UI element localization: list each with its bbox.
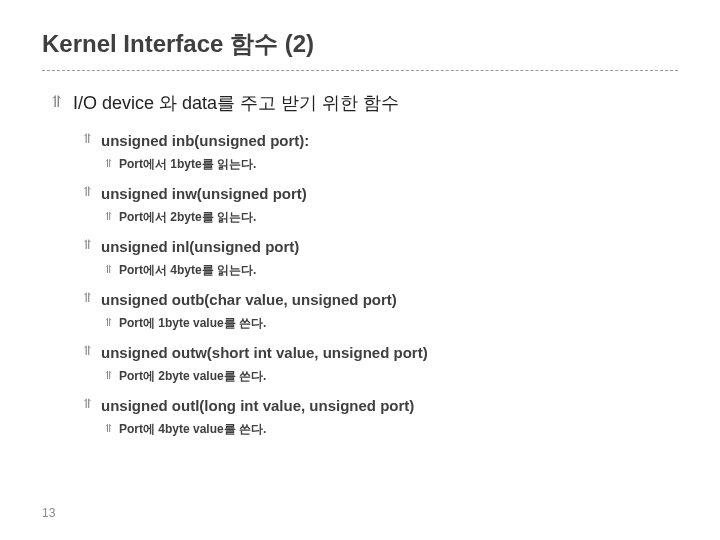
page-number: 13 xyxy=(42,506,55,520)
function-heading: unsigned inb(unsigned port): xyxy=(101,130,309,151)
function-heading: unsigned outb(char value, unsigned port) xyxy=(101,289,397,310)
bullet-icon: ⥣ xyxy=(104,155,113,172)
list-item: ⥣ unsigned outw(short int value, unsigne… xyxy=(82,342,678,363)
list-item: ⥣ Port에서 2byte를 읽는다. xyxy=(104,208,678,226)
function-desc: Port에 4byte value를 쓴다. xyxy=(119,420,266,438)
bullet-icon: ⥣ xyxy=(50,91,63,113)
list-item: ⥣ unsigned outl(long int value, unsigned… xyxy=(82,395,678,416)
bullet-icon: ⥣ xyxy=(82,236,93,254)
bullet-icon: ⥣ xyxy=(82,395,93,413)
function-heading: unsigned inl(unsigned port) xyxy=(101,236,299,257)
list-item: ⥣ unsigned inb(unsigned port): xyxy=(82,130,678,151)
list-item: ⥣ Port에서 1byte를 읽는다. xyxy=(104,155,678,173)
function-desc: Port에 2byte value를 쓴다. xyxy=(119,367,266,385)
function-heading: unsigned outw(short int value, unsigned … xyxy=(101,342,428,363)
list-item: ⥣ unsigned outb(char value, unsigned por… xyxy=(82,289,678,310)
bullet-icon: ⥣ xyxy=(82,342,93,360)
function-desc: Port에서 2byte를 읽는다. xyxy=(119,208,256,226)
slide-title: Kernel Interface 함수 (2) xyxy=(42,28,678,71)
function-desc: Port에서 4byte를 읽는다. xyxy=(119,261,256,279)
subtitle-text: I/O device 와 data를 주고 받기 위한 함수 xyxy=(73,91,399,116)
bullet-icon: ⥣ xyxy=(104,367,113,384)
list-item: ⥣ unsigned inl(unsigned port) xyxy=(82,236,678,257)
function-heading: unsigned outl(long int value, unsigned p… xyxy=(101,395,414,416)
function-list: ⥣ unsigned inb(unsigned port): ⥣ Port에서 … xyxy=(82,130,678,438)
list-item: ⥣ Port에 2byte value를 쓴다. xyxy=(104,367,678,385)
function-heading: unsigned inw(unsigned port) xyxy=(101,183,307,204)
list-item: ⥣ Port에서 4byte를 읽는다. xyxy=(104,261,678,279)
list-item: ⥣ Port에 4byte value를 쓴다. xyxy=(104,420,678,438)
bullet-icon: ⥣ xyxy=(104,420,113,437)
bullet-icon: ⥣ xyxy=(82,289,93,307)
bullet-icon: ⥣ xyxy=(104,314,113,331)
list-item: ⥣ Port에 1byte value를 쓴다. xyxy=(104,314,678,332)
list-item: ⥣ unsigned inw(unsigned port) xyxy=(82,183,678,204)
bullet-icon: ⥣ xyxy=(82,183,93,201)
bullet-icon: ⥣ xyxy=(82,130,93,148)
list-item: ⥣ I/O device 와 data를 주고 받기 위한 함수 xyxy=(50,91,678,116)
function-desc: Port에서 1byte를 읽는다. xyxy=(119,155,256,173)
function-desc: Port에 1byte value를 쓴다. xyxy=(119,314,266,332)
bullet-icon: ⥣ xyxy=(104,261,113,278)
bullet-icon: ⥣ xyxy=(104,208,113,225)
